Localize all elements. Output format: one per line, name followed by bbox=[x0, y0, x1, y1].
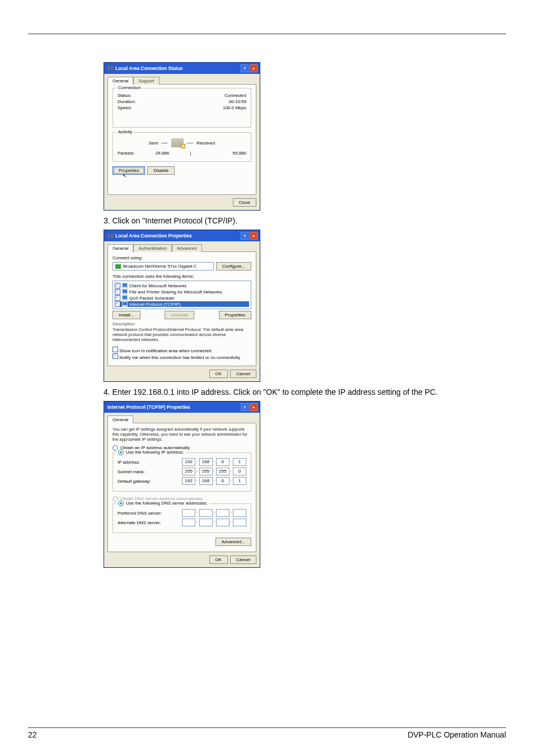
intro-text: You can get IP settings assigned automat… bbox=[113, 427, 251, 442]
titlebar: Internet Protocol (TCP/IP) Properties ? … bbox=[104, 402, 260, 413]
sent-label: Sent bbox=[149, 141, 158, 146]
ip-oct[interactable]: 1 bbox=[233, 477, 246, 485]
ip-oct[interactable] bbox=[233, 509, 246, 517]
checkbox-icon[interactable] bbox=[113, 353, 118, 359]
list-item: File and Printer Sharing for Microsoft N… bbox=[115, 289, 249, 295]
chk-notify-row: Notify me when this connection has limit… bbox=[113, 353, 251, 360]
item-label: File and Printer Sharing for Microsoft N… bbox=[129, 290, 222, 295]
help-icon[interactable]: ? bbox=[241, 232, 249, 240]
group-connection: Connection bbox=[116, 85, 142, 90]
ip-oct[interactable]: 255 bbox=[216, 468, 229, 475]
ok-button[interactable]: OK bbox=[209, 556, 228, 564]
checkbox-icon[interactable] bbox=[115, 283, 120, 288]
uninstall-button[interactable]: Uninstall bbox=[165, 311, 194, 319]
tab-advanced[interactable]: Advanced bbox=[172, 244, 202, 252]
radio-manual-dns-label: Use the following DNS server addresses: bbox=[126, 501, 208, 506]
checkbox-icon[interactable] bbox=[115, 301, 120, 307]
ip-field[interactable]: 192. 168. 0. 1 bbox=[182, 458, 246, 466]
alternate-dns-field[interactable]: . . . bbox=[182, 519, 246, 526]
ip-oct[interactable]: 168 bbox=[199, 458, 213, 466]
ip-oct[interactable]: 255 bbox=[199, 468, 213, 475]
mask-label: Subnet mask: bbox=[118, 469, 179, 474]
advanced-button[interactable]: Advanced... bbox=[216, 538, 251, 546]
ip-oct[interactable] bbox=[182, 519, 195, 526]
close-icon[interactable]: × bbox=[250, 232, 257, 240]
cancel-button[interactable]: Cancel bbox=[230, 370, 256, 378]
list-item: QoS Packet Scheduler bbox=[115, 295, 249, 301]
component-icon bbox=[122, 289, 128, 295]
preferred-dns-label: Preferred DNS server: bbox=[118, 511, 179, 516]
component-icon bbox=[122, 295, 128, 301]
checkbox-icon[interactable] bbox=[115, 289, 120, 295]
ip-oct[interactable]: 0 bbox=[216, 458, 229, 466]
plug-icon bbox=[107, 234, 113, 238]
ip-oct[interactable] bbox=[233, 519, 246, 526]
duration-label: Duration: bbox=[118, 99, 135, 104]
ip-oct[interactable] bbox=[216, 519, 229, 526]
checkbox-icon[interactable] bbox=[113, 347, 118, 352]
packets-sent: 29,886 bbox=[135, 151, 190, 156]
help-icon[interactable]: ? bbox=[241, 64, 249, 72]
plug-icon bbox=[107, 66, 113, 71]
manual-title: DVP-PLC Operation Manual bbox=[407, 730, 506, 739]
chk-show-icon-label: Show icon in notification area when conn… bbox=[119, 348, 212, 353]
component-icon bbox=[122, 301, 128, 307]
ok-button[interactable]: OK bbox=[209, 370, 228, 378]
disable-button[interactable]: Disable bbox=[147, 166, 175, 175]
ip-oct[interactable] bbox=[199, 509, 213, 517]
tab-general[interactable]: General bbox=[107, 244, 133, 252]
group-activity: Activity bbox=[116, 129, 134, 134]
items-list[interactable]: Client for Microsoft Networks File and P… bbox=[113, 281, 251, 309]
close-icon[interactable]: × bbox=[250, 403, 257, 411]
close-button[interactable]: Close bbox=[233, 198, 256, 207]
properties-button[interactable]: Properties bbox=[113, 166, 145, 175]
radio-icon[interactable] bbox=[118, 501, 124, 506]
page-footer: 22 DVP-PLC Operation Manual bbox=[28, 727, 506, 739]
close-icon[interactable]: × bbox=[250, 64, 257, 72]
gateway-label: Default gateway: bbox=[118, 479, 179, 484]
ip-label: IP address: bbox=[118, 460, 179, 465]
ip-oct[interactable] bbox=[199, 519, 213, 526]
install-button[interactable]: Install... bbox=[113, 311, 140, 319]
duration-value: 00:10:59 bbox=[229, 99, 246, 104]
ip-oct[interactable]: 0 bbox=[233, 468, 246, 475]
tab-authentication[interactable]: Authentication bbox=[133, 244, 172, 252]
received-label: Received bbox=[196, 141, 215, 146]
help-icon[interactable]: ? bbox=[241, 403, 249, 411]
ip-oct[interactable]: 0 bbox=[216, 477, 229, 485]
page-number: 22 bbox=[28, 730, 37, 739]
ip-oct[interactable]: 1 bbox=[233, 458, 246, 466]
items-label: This connection uses the following items… bbox=[113, 274, 251, 279]
ip-oct[interactable] bbox=[216, 509, 229, 517]
packets-received: 55,880 bbox=[191, 151, 246, 156]
titlebar: Local Area Connection Properties ? × bbox=[104, 230, 260, 241]
ip-oct[interactable]: 168 bbox=[199, 477, 213, 485]
description-text: Transmission Control Protocol/Internet P… bbox=[113, 327, 251, 342]
dialog-connection-status: Local Area Connection Status ? × General… bbox=[104, 62, 260, 211]
radio-icon[interactable] bbox=[118, 450, 124, 455]
status-label: Status: bbox=[118, 93, 132, 98]
speed-value: 100.0 Mbps bbox=[223, 105, 246, 110]
title-text: Local Area Connection Status bbox=[115, 66, 183, 71]
cancel-button[interactable]: Cancel bbox=[230, 556, 256, 564]
item-properties-button[interactable]: Properties bbox=[219, 311, 251, 319]
item-label: Client for Microsoft Networks bbox=[129, 283, 186, 288]
preferred-dns-field[interactable]: . . . bbox=[182, 509, 246, 517]
chk-notify-label: Notify me when this connection has limit… bbox=[119, 355, 240, 360]
mask-field[interactable]: 255. 255. 255. 0 bbox=[182, 468, 246, 475]
ip-oct[interactable]: 192 bbox=[182, 458, 195, 466]
configure-button[interactable]: Configure... bbox=[216, 262, 251, 270]
ip-oct[interactable]: 255 bbox=[182, 468, 195, 475]
step-4-text: 4. Enter 192.168.0.1 into IP address. Cl… bbox=[104, 388, 506, 396]
alternate-dns-label: Alternate DNS server: bbox=[118, 520, 179, 525]
dialog-connection-properties: Local Area Connection Properties ? × Gen… bbox=[104, 230, 260, 382]
checkbox-icon[interactable] bbox=[115, 295, 120, 301]
gateway-field[interactable]: 192. 168. 0. 1 bbox=[182, 477, 246, 485]
connect-using-label: Connect using: bbox=[113, 255, 251, 260]
tab-support[interactable]: Support bbox=[133, 77, 159, 85]
ip-oct[interactable] bbox=[182, 509, 195, 517]
tab-general[interactable]: General bbox=[107, 416, 133, 423]
activity-icon bbox=[171, 138, 184, 147]
tab-general[interactable]: General bbox=[107, 77, 133, 85]
ip-oct[interactable]: 192 bbox=[182, 477, 195, 485]
